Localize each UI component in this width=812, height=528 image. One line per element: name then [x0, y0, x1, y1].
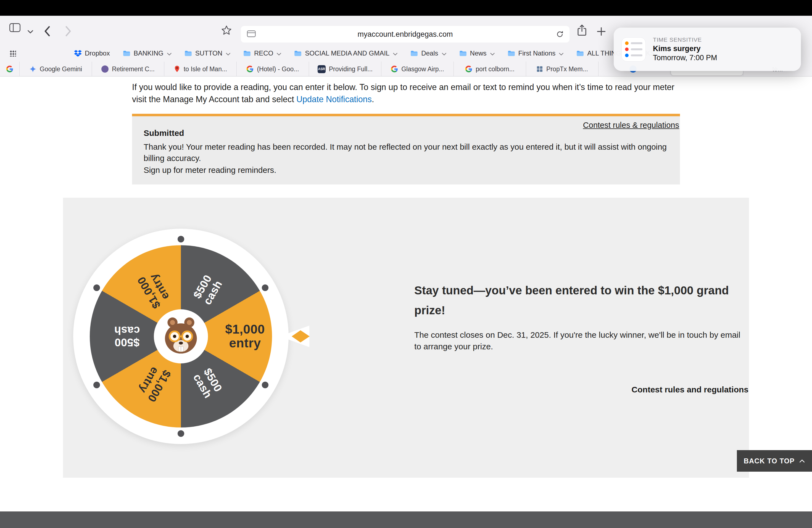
- google-favicon-icon: [391, 65, 398, 73]
- intro-text-after: .: [372, 94, 374, 104]
- folder-icon: [184, 50, 192, 57]
- wheel-peg: [262, 382, 269, 388]
- folder-icon: [243, 50, 251, 57]
- chevron-down-icon: [226, 49, 230, 57]
- bookmark-folder-deals[interactable]: Deals: [410, 49, 446, 57]
- bookmark-folder-reco[interactable]: RECO: [243, 49, 281, 57]
- bookmark-label: News: [470, 49, 487, 57]
- tab-label: Retirement C...: [112, 65, 155, 73]
- bookmark-label: Dropbox: [85, 49, 110, 57]
- reminders-app-icon: [621, 37, 646, 62]
- browser-tab[interactable]: Google Gemini: [19, 62, 92, 76]
- bookmark-label: SOCIAL MEDIA AND GMAIL: [305, 49, 389, 57]
- chevron-down-icon: [490, 49, 495, 57]
- site-favicon-icon: [101, 65, 108, 73]
- bookmark-label: SUTTON: [195, 49, 222, 57]
- contest-rules-and-regulations-link[interactable]: Contest rules and regulations: [414, 385, 749, 394]
- gemini-icon: [29, 65, 37, 73]
- bookmark-folder-sutton[interactable]: SUTTON: [184, 49, 230, 57]
- reload-icon[interactable]: [556, 30, 564, 40]
- wheel-pointer-icon: [278, 324, 310, 349]
- notification-category: TIME SENSITIVE: [653, 36, 717, 43]
- folder-icon: [459, 50, 467, 57]
- google-favicon-icon: [246, 65, 253, 73]
- screen: myaccount.enbridgegas.com Dropbox: [0, 0, 812, 528]
- browser-tab[interactable]: (Hotel) - Goo...: [236, 62, 309, 76]
- submitted-confirmation-box: Contest rules & regulations Submitted Th…: [132, 114, 680, 185]
- intro-text: If you would like to provide a reading, …: [132, 82, 675, 104]
- bookmark-dropbox[interactable]: Dropbox: [74, 49, 110, 57]
- browser-tab[interactable]: Glasgow Airp...: [381, 62, 453, 76]
- macos-notification[interactable]: TIME SENSITIVE Kims surgery Tomorrow, 7:…: [614, 28, 801, 71]
- share-icon[interactable]: [576, 24, 588, 37]
- bookmark-folder-first-nations[interactable]: First Nations: [507, 49, 564, 57]
- chevron-down-icon: [559, 49, 563, 57]
- folder-icon: [576, 50, 584, 57]
- google-favicon-icon: [6, 65, 13, 73]
- sidebar-toggle-icon[interactable]: [10, 23, 20, 32]
- notification-title: Kims surgery: [653, 44, 717, 53]
- wheel-peg: [93, 382, 100, 388]
- tab-label: to Isle of Man...: [184, 65, 227, 73]
- folder-icon: [507, 50, 516, 57]
- back-to-top-label: BACK TO TOP: [744, 457, 795, 465]
- dropbox-icon: [74, 50, 82, 57]
- chevron-down-icon: [393, 49, 397, 57]
- tab-label: Google Gemini: [40, 65, 82, 73]
- tab-label: Providing Full...: [329, 65, 373, 73]
- page-content: If you would like to provide a reading, …: [0, 76, 812, 511]
- tab-label: Glasgow Airp...: [401, 65, 444, 73]
- chevron-down-icon: [167, 49, 172, 57]
- address-bar[interactable]: myaccount.enbridgegas.com: [241, 26, 569, 43]
- wheel-center-hub: [154, 309, 208, 363]
- chevron-down-icon: [442, 49, 446, 57]
- notification-text-block: TIME SENSITIVE Kims surgery Tomorrow, 7:…: [653, 36, 717, 62]
- chevron-up-icon: [799, 459, 805, 463]
- browser-tab[interactable]: ASR Providing Full...: [309, 62, 381, 76]
- back-button-icon[interactable]: [44, 26, 50, 37]
- back-to-top-button[interactable]: BACK TO TOP: [737, 450, 812, 472]
- bookmark-folder-social-media[interactable]: SOCIAL MEDIA AND GMAIL: [294, 49, 397, 57]
- submitted-title: Submitted: [144, 128, 668, 138]
- contest-body-text: The contest closes on Dec. 31, 2025. If …: [414, 329, 749, 352]
- google-favicon-icon: [465, 65, 472, 73]
- contest-heading: Stay tuned—you’ve been entered to win th…: [414, 281, 749, 320]
- page-footer-bar: [0, 511, 812, 528]
- wheel-peg: [262, 284, 269, 291]
- meter-reading-intro: If you would like to provide a reading, …: [132, 81, 683, 105]
- page-settings-icon[interactable]: [247, 30, 256, 39]
- browser-tab[interactable]: PropTx Mem...: [526, 62, 598, 76]
- tab-label: (Hotel) - Goo...: [257, 65, 299, 73]
- url-text: myaccount.enbridgegas.com: [358, 30, 453, 39]
- wheel-peg: [178, 430, 184, 437]
- forward-button-icon[interactable]: [65, 26, 72, 37]
- update-notifications-link[interactable]: Update Notifications: [296, 94, 372, 104]
- browser-tab[interactable]: to Isle of Man...: [164, 62, 236, 76]
- browser-tab[interactable]: Retirement C...: [92, 62, 164, 76]
- notification-time: Tomorrow, 7:00 PM: [653, 54, 717, 62]
- browser-tab[interactable]: [0, 62, 19, 76]
- asr-badge-icon: ASR: [318, 65, 325, 73]
- folder-icon: [294, 50, 302, 57]
- grid-favicon-icon: [536, 66, 543, 72]
- chevron-down-icon: [277, 49, 281, 57]
- bookmark-label: BANKING: [134, 49, 163, 57]
- bookmark-label: Deals: [421, 49, 438, 57]
- contest-rules-regulations-link[interactable]: Contest rules & regulations: [583, 121, 679, 130]
- browser-tab[interactable]: port colborn...: [453, 62, 526, 76]
- wheel-peg: [93, 284, 100, 291]
- tab-label: PropTx Mem...: [546, 65, 588, 73]
- bookmark-label: RECO: [254, 49, 273, 57]
- submitted-body-text: Thank you! Your meter reading has been r…: [144, 141, 668, 164]
- contest-section: $1,000entry $500cash $1,000entry $500cas…: [63, 198, 749, 478]
- chevron-down-icon[interactable]: [28, 30, 33, 33]
- apps-grid-icon[interactable]: [10, 50, 16, 57]
- contest-copy: Stay tuned—you’ve been entered to win th…: [414, 281, 749, 394]
- new-tab-plus-icon[interactable]: [597, 27, 606, 36]
- signup-reminders-text[interactable]: Sign up for meter reading reminders.: [144, 164, 668, 176]
- bookmark-folder-news[interactable]: News: [459, 49, 495, 57]
- favorites-star-icon[interactable]: [221, 25, 232, 36]
- bookmark-folder-banking[interactable]: BANKING: [122, 49, 172, 57]
- mascot-squirrel-icon: [160, 316, 202, 357]
- wheel-peg: [178, 236, 184, 243]
